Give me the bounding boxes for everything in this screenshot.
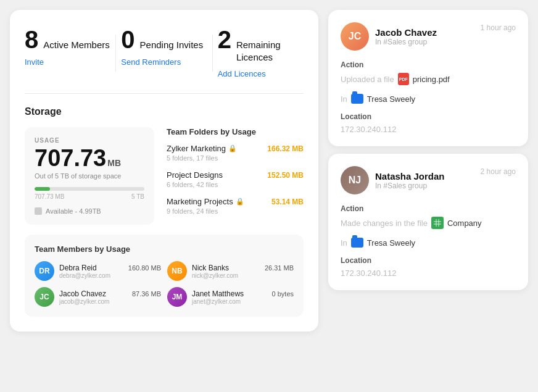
card-header-0: JC Jacob Chavez In #Sales group 1 hour a… [341,22,516,51]
member-email-1: nick@zylker.com [192,272,294,279]
remaining-licences-label: Remaining Licences [236,39,304,63]
pending-invites-label: Pending Invites [140,39,204,51]
action-folder-0: Tresa Sweely [367,94,415,104]
member-name-2: Jacob Chavez [59,290,106,298]
member-item-3: JM Janet Matthews 0 bytes janet@zylker.c… [167,287,294,307]
action-prefix-0: Uploaded a file [341,75,394,84]
members-title: Team Members by Usage [35,244,294,254]
action-location-row-0: In Tresa Sweely [341,94,516,104]
usage-number: 707.73 [35,146,106,170]
members-grid: DR Debra Reid 160.80 MB debra@zylker.com… [35,261,294,307]
user-name-0: Jacob Chavez [375,27,474,38]
active-members-label: Active Members [43,39,110,51]
usage-unit: MB [107,158,121,168]
stats-row: 8 Active Members Invite 0 Pending Invite… [25,27,304,94]
member-email-3: janet@zylker.com [192,298,294,305]
left-panel: 8 Active Members Invite 0 Pending Invite… [10,10,318,332]
location-label-1: Location [341,256,516,265]
folder-item-0: Zylker Marketing 🔒 166.32 MB 5 folders, … [167,144,304,162]
file-name-0: pricing.pdf [413,75,450,84]
available-text: Available - 4.99TB [46,207,101,215]
available-label: Available - 4.99TB [35,207,144,215]
activity-card-1: NJ Natasha Jordan In #Sales group 2 hour… [328,154,528,290]
in-label-0: In [341,94,347,104]
user-group-1: In #Sales group [375,181,474,190]
active-members-number: 8 [25,27,38,52]
pdf-icon-0: PDF [398,73,409,85]
folder-name-0: Zylker Marketing 🔒 [167,144,237,153]
member-item-2: JC Jacob Chavez 87.36 MB jacob@zylker.co… [35,287,161,307]
member-size-2: 87.36 MB [132,290,161,298]
progress-used-label: 707.73 MB [35,193,64,200]
member-email-2: jacob@zylker.com [59,298,161,305]
member-name-1: Nick Banks [192,264,229,272]
spreadsheet-icon-1 [431,217,444,229]
location-value-1: 172.30.240.112 [341,269,516,278]
lock-icon-2: 🔒 [236,198,244,206]
folder-name-2: Marketing Projects 🔒 [167,197,244,206]
folder-meta-1: 6 folders, 42 files [167,181,304,188]
folder-size-1: 152.50 MB [267,171,304,180]
action-value-1: Made changes in the file Company [341,217,516,229]
action-folder-1: Tresa Sweely [367,238,415,248]
member-email-0: debra@zylker.com [59,272,161,279]
member-avatar-0: DR [35,261,54,281]
team-folders-title: Team Folders by Usage [167,127,304,136]
folder-meta-0: 5 folders, 17 files [167,154,304,162]
member-size-0: 160.80 MB [128,264,161,272]
member-info-1: Nick Banks 26.31 MB nick@zylker.com [192,264,294,279]
stat-remaining-licences: 2 Remaining Licences Add Licences [218,27,304,78]
member-size-3: 0 bytes [272,290,294,298]
team-folders: Team Folders by Usage Zylker Marketing 🔒… [167,127,304,225]
folder-name-1: Project Designs [167,170,223,180]
time-ago-1: 2 hour ago [481,167,516,176]
lock-icon-0: 🔒 [228,144,237,152]
folder-size-2: 53.14 MB [271,198,304,206]
folder-icon-0 [351,94,363,104]
location-value-0: 172.30.240.112 [341,125,516,134]
user-avatar-1: NJ [341,166,369,194]
folder-item-1: Project Designs 152.50 MB 6 folders, 42 … [167,170,304,188]
svg-rect-0 [434,219,441,227]
usage-box: USAGE 707.73 MB Out of 5 TB of storage s… [25,127,154,225]
add-licences-link[interactable]: Add Licences [218,69,304,78]
progress-total-label: 5 TB [131,193,144,200]
in-label-1: In [341,238,347,248]
activity-card-0: JC Jacob Chavez In #Sales group 1 hour a… [328,10,528,146]
member-info-0: Debra Reid 160.80 MB debra@zylker.com [59,264,161,279]
stat-active-members: 8 Active Members Invite [25,27,110,67]
send-reminders-link[interactable]: Send Reminders [121,57,207,67]
stat-divider-1 [115,35,116,72]
member-name-3: Janet Matthews [192,290,244,298]
action-label-1: Action [341,204,516,213]
member-info-3: Janet Matthews 0 bytes janet@zylker.com [192,290,294,305]
user-info-1: Natasha Jordan In #Sales group [375,171,474,190]
action-prefix-1: Made changes in the file [341,219,428,228]
folder-meta-2: 9 folders, 24 files [167,207,304,215]
location-label-0: Location [341,112,516,121]
file-name-1: Company [447,219,482,228]
member-item-0: DR Debra Reid 160.80 MB debra@zylker.com [35,261,161,281]
invite-link[interactable]: Invite [25,57,110,67]
member-info-2: Jacob Chavez 87.36 MB jacob@zylker.com [59,290,161,305]
pending-invites-number: 0 [121,27,134,52]
right-panel: JC Jacob Chavez In #Sales group 1 hour a… [328,10,528,290]
user-avatar-0: JC [341,22,369,51]
members-section: Team Members by Usage DR Debra Reid 160.… [25,235,304,317]
member-avatar-3: JM [167,287,187,307]
progress-bar-fill [35,187,50,191]
progress-labels: 707.73 MB 5 TB [35,193,144,200]
member-size-1: 26.31 MB [265,264,294,272]
folder-icon-1 [351,238,363,248]
action-label-0: Action [341,60,516,69]
folder-item-2: Marketing Projects 🔒 53.14 MB 9 folders,… [167,197,304,215]
member-avatar-2: JC [35,287,54,307]
action-location-row-1: In Tresa Sweely [341,238,516,248]
member-item-1: NB Nick Banks 26.31 MB nick@zylker.com [167,261,294,281]
progress-bar-bg [35,187,144,191]
stat-pending-invites: 0 Pending Invites Send Reminders [121,27,207,67]
storage-title: Storage [25,106,304,117]
member-name-0: Debra Reid [59,264,97,272]
usage-label: USAGE [35,137,144,144]
user-name-1: Natasha Jordan [375,171,474,181]
